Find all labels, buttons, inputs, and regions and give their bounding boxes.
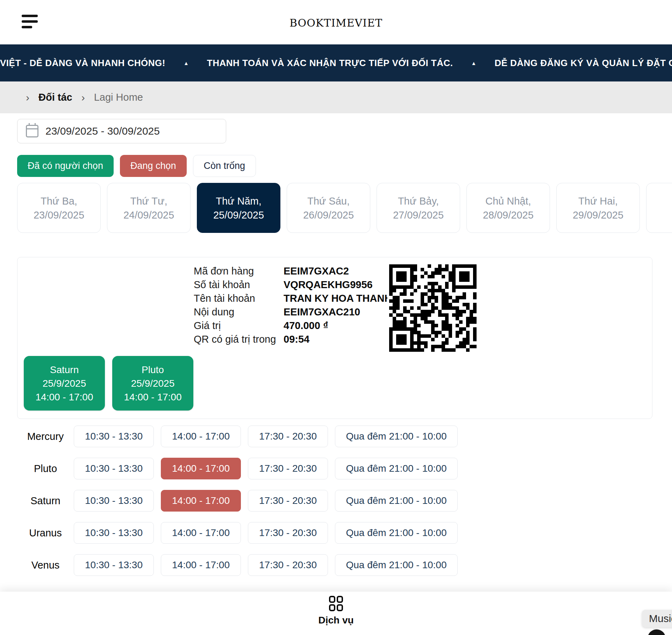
day-tab-date: 25/09/2025 xyxy=(213,208,264,222)
time-slot-button[interactable]: 10:30 - 13:30 xyxy=(74,426,154,447)
site-logo-title: BOOKTIMEVIET xyxy=(0,17,672,29)
day-tab-weekday: Thứ Năm, xyxy=(216,194,262,208)
time-slot-button[interactable]: Qua đêm 21:00 - 10:00 xyxy=(335,490,458,512)
order-info-value: 470.000 ₫ xyxy=(284,319,328,333)
order-info-value: EEIM7GXAC2 xyxy=(284,264,349,278)
services-grid-icon xyxy=(329,596,343,611)
order-info-row: QR có giá trị trong09:54 xyxy=(194,333,392,346)
order-info-label: Giá trị xyxy=(194,319,284,333)
day-tab[interactable]: Thứ Hai,29/09/2025 xyxy=(556,183,640,233)
day-tab[interactable]: Thứ Sáu,26/09/2025 xyxy=(287,183,370,233)
day-tab-weekday: Thứ Tư, xyxy=(130,194,167,208)
time-slot-button[interactable]: Qua đêm 21:00 - 10:00 xyxy=(335,522,458,544)
day-tab[interactable]: Thứ Bảy,27/09/2025 xyxy=(377,183,460,233)
order-info: Mã đơn hàngEEIM7GXAC2Số tài khoảnVQRQAEK… xyxy=(194,264,392,346)
ticker-message: DỄ DÀNG ĐĂNG KÝ VÀ QUẢN LÝ ĐẶT CHỖ CHỈ V… xyxy=(494,58,672,69)
order-info-label: Tên tài khoản xyxy=(194,292,284,305)
chip-date: 25/9/2025 xyxy=(43,377,86,390)
slot-group: 10:30 - 13:3014:00 - 17:0017:30 - 20:30Q… xyxy=(74,554,458,576)
day-tab-date: 29/09/2025 xyxy=(573,208,623,222)
app-header: BOOKTIMEVIET xyxy=(0,0,672,44)
time-slot-button[interactable]: Qua đêm 21:00 - 10:00 xyxy=(335,554,458,576)
time-slot-button[interactable]: 17:30 - 20:30 xyxy=(248,458,328,479)
day-tab-weekday: Chủ Nhật, xyxy=(485,194,531,208)
announcement-ticker: VIỆT - DỄ DÀNG VÀ NHANH CHÓNG!▲THANH TOÁ… xyxy=(0,44,672,81)
slot-group: 10:30 - 13:3014:00 - 17:0017:30 - 20:30Q… xyxy=(74,458,458,479)
selected-slot-chip[interactable]: Pluto25/9/202514:00 - 17:00 xyxy=(112,356,193,411)
day-tab[interactable] xyxy=(646,183,672,233)
bottom-nav-services[interactable]: Dịch vụ xyxy=(0,596,672,626)
time-slot-button[interactable]: 10:30 - 13:30 xyxy=(74,490,154,512)
order-info-row: Nội dungEEIM7GXAC210 xyxy=(194,305,392,319)
room-label: Venus xyxy=(17,559,74,571)
payment-panel: Mã đơn hàngEEIM7GXAC2Số tài khoảnVQRQAEK… xyxy=(17,257,652,419)
order-info-row: Số tài khoảnVQRQAEKHG9956 xyxy=(194,278,392,292)
day-tab-weekday: Thứ Ba, xyxy=(41,194,77,208)
breadcrumb-item-partner[interactable]: Đối tác xyxy=(38,92,72,103)
time-slot-button[interactable]: 14:00 - 17:00 xyxy=(161,554,241,576)
order-info-row: Tên tài khoảnTRAN KY HOA THANH xyxy=(194,292,392,305)
time-slot-button[interactable]: 14:00 - 17:00 xyxy=(161,426,241,447)
breadcrumb: › Đối tác › Lagi Home xyxy=(0,81,672,113)
schedule-row: Pluto10:30 - 13:3014:00 - 17:0017:30 - 2… xyxy=(17,458,458,479)
legend-free[interactable]: Còn trống xyxy=(193,155,256,177)
room-label: Mercury xyxy=(17,431,74,442)
chip-time: 14:00 - 17:00 xyxy=(124,390,181,404)
time-slot-button[interactable]: 14:00 - 17:00 xyxy=(161,458,241,479)
legend-taken[interactable]: Đã có người chọn xyxy=(17,155,114,177)
bottom-nav-label: Dịch vụ xyxy=(318,615,353,626)
time-slot-button[interactable]: 17:30 - 20:30 xyxy=(248,554,328,576)
order-info-label: Nội dung xyxy=(194,305,284,319)
selected-slot-chips: Saturn25/9/202514:00 - 17:00Pluto25/9/20… xyxy=(24,356,193,411)
chip-date: 25/9/2025 xyxy=(131,377,175,390)
date-range-input[interactable]: 23/09/2025 - 30/09/2025 xyxy=(17,119,226,143)
chip-room: Pluto xyxy=(142,363,164,377)
time-slot-button[interactable]: 10:30 - 13:30 xyxy=(74,554,154,576)
legend-selecting[interactable]: Đang chọn xyxy=(120,155,187,177)
slot-group: 10:30 - 13:3014:00 - 17:0017:30 - 20:30Q… xyxy=(74,522,458,544)
order-info-label: Mã đơn hàng xyxy=(194,264,284,278)
day-tab-date: 28/09/2025 xyxy=(483,208,534,222)
date-range-value: 23/09/2025 - 30/09/2025 xyxy=(45,125,160,137)
order-info-label: QR có giá trị trong xyxy=(194,333,284,346)
chip-time: 14:00 - 17:00 xyxy=(35,390,93,404)
schedule-row: Saturn10:30 - 13:3014:00 - 17:0017:30 - … xyxy=(17,490,458,512)
slot-group: 10:30 - 13:3014:00 - 17:0017:30 - 20:30Q… xyxy=(74,426,458,447)
payment-qr-code xyxy=(387,263,478,354)
day-tab[interactable]: Thứ Năm,25/09/2025 xyxy=(197,183,280,233)
day-tab-weekday: Thứ Bảy, xyxy=(398,194,439,208)
time-slot-button[interactable]: Qua đêm 21:00 - 10:00 xyxy=(335,426,458,447)
day-tab-date: 24/09/2025 xyxy=(123,208,174,222)
time-slot-button[interactable]: 10:30 - 13:30 xyxy=(74,458,154,479)
calendar-icon xyxy=(26,125,38,137)
day-tab[interactable]: Chủ Nhật,28/09/2025 xyxy=(466,183,550,233)
time-slot-button[interactable]: 14:00 - 17:00 xyxy=(161,522,241,544)
room-label: Uranus xyxy=(17,527,74,539)
schedule-row: Uranus10:30 - 13:3014:00 - 17:0017:30 - … xyxy=(17,522,458,544)
music-button[interactable]: Music xyxy=(642,610,672,627)
day-tab[interactable]: Thứ Tư,24/09/2025 xyxy=(107,183,191,233)
chevron-right-icon: › xyxy=(81,92,85,104)
schedule-row: Venus10:30 - 13:3014:00 - 17:0017:30 - 2… xyxy=(17,554,458,576)
selected-slot-chip[interactable]: Saturn25/9/202514:00 - 17:00 xyxy=(24,356,105,411)
time-slot-button[interactable]: 17:30 - 20:30 xyxy=(248,426,328,447)
triangle-separator-icon: ▲ xyxy=(471,60,477,66)
time-slot-button[interactable]: 10:30 - 13:30 xyxy=(74,522,154,544)
day-tab-date: 26/09/2025 xyxy=(303,208,354,222)
schedule-grid: Mercury10:30 - 13:3014:00 - 17:0017:30 -… xyxy=(17,426,458,586)
legend-row: Đã có người chọnĐang chọnCòn trống xyxy=(17,155,256,177)
day-tab[interactable]: Thứ Ba,23/09/2025 xyxy=(17,183,101,233)
order-info-label: Số tài khoản xyxy=(194,278,284,292)
day-tabs: Thứ Ba,23/09/2025Thứ Tư,24/09/2025Thứ Nă… xyxy=(17,183,672,234)
time-slot-button[interactable]: 17:30 - 20:30 xyxy=(248,522,328,544)
order-info-value: TRAN KY HOA THANH xyxy=(284,292,392,305)
time-slot-button[interactable]: 14:00 - 17:00 xyxy=(161,490,241,512)
music-button-label: Music xyxy=(649,613,672,625)
time-slot-button[interactable]: 17:30 - 20:30 xyxy=(248,490,328,512)
room-label: Pluto xyxy=(17,463,74,475)
schedule-row: Mercury10:30 - 13:3014:00 - 17:0017:30 -… xyxy=(17,426,458,447)
order-info-value: VQRQAEKHG9956 xyxy=(284,278,373,292)
time-slot-button[interactable]: Qua đêm 21:00 - 10:00 xyxy=(335,458,458,479)
triangle-separator-icon: ▲ xyxy=(184,60,189,66)
day-tab-date: 23/09/2025 xyxy=(34,208,84,222)
